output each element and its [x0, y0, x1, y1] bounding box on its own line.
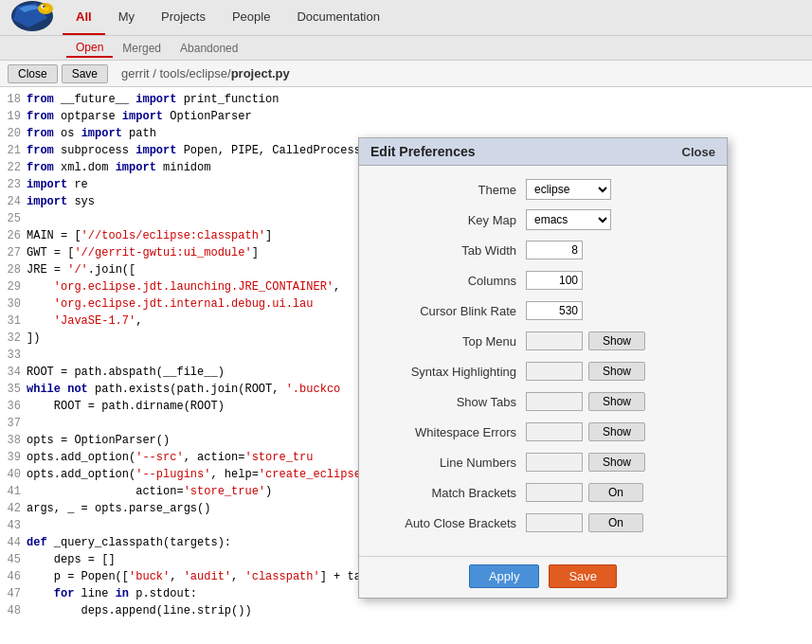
pref-row-syntax: Syntax Highlighting Show — [374, 359, 712, 384]
tab-all[interactable]: All — [63, 0, 105, 35]
pref-row-linenums: Line Numbers Show — [374, 450, 712, 474]
autoclosebrackets-on-button[interactable]: On — [588, 513, 643, 532]
tab-my[interactable]: My — [105, 0, 148, 35]
pref-control-syntax: Show — [526, 362, 712, 381]
sub-tab-abandoned[interactable]: Abandoned — [171, 40, 247, 57]
toolbar: Close Save gerrit / tools/eclipse/projec… — [0, 61, 812, 87]
sub-tab-open[interactable]: Open — [66, 39, 113, 58]
close-button[interactable]: Close — [8, 64, 58, 83]
logo — [9, 0, 55, 36]
linenums-show-button[interactable]: Show — [588, 453, 645, 472]
pref-control-whitespace: Show — [526, 422, 712, 441]
syntax-input[interactable] — [526, 362, 583, 381]
theme-select[interactable]: eclipse emacs default — [526, 179, 611, 200]
pref-label-theme: Theme — [374, 183, 526, 197]
pref-control-linenums: Show — [526, 453, 712, 472]
linenums-input[interactable] — [526, 453, 583, 472]
pref-label-autoclosebrackets: Auto Close Brackets — [374, 516, 526, 530]
pref-label-whitespace: Whitespace Errors — [374, 425, 526, 439]
nav-tabs: All My Projects People Documentation — [63, 0, 393, 35]
syntax-show-button[interactable]: Show — [588, 362, 645, 381]
cursorblink-input[interactable] — [526, 301, 583, 320]
keymap-select[interactable]: emacs vim default — [526, 209, 611, 230]
pref-control-tabwidth — [526, 241, 712, 259]
pref-control-topmenu: Show — [526, 331, 712, 350]
sub-nav: Open Merged Abandoned — [0, 36, 812, 61]
tab-people[interactable]: People — [219, 0, 283, 35]
dialog-title-bar: Edit Preferences Close — [359, 138, 727, 166]
pref-row-columns: Columns — [374, 268, 712, 293]
pref-label-syntax: Syntax Highlighting — [374, 365, 526, 379]
dialog-save-button[interactable]: Save — [549, 564, 617, 588]
code-line-18: 18 from __future__ import print_function — [0, 91, 812, 108]
edit-preferences-dialog: Edit Preferences Close Theme eclipse ema… — [358, 137, 728, 599]
topmenu-input[interactable] — [526, 331, 583, 350]
pref-control-matchbrackets: On — [526, 483, 712, 502]
topmenu-show-button[interactable]: Show — [588, 331, 645, 350]
pref-label-linenums: Line Numbers — [374, 456, 526, 470]
sub-tab-merged[interactable]: Merged — [113, 40, 171, 57]
pref-control-cursorblink — [526, 301, 712, 320]
autoclosebrackets-input[interactable] — [526, 513, 583, 532]
pref-label-cursorblink: Cursor Blink Rate — [374, 304, 526, 318]
top-nav: All My Projects People Documentation — [0, 0, 812, 36]
dialog-body: Theme eclipse emacs default Key Map emac… — [359, 166, 727, 552]
tab-documentation[interactable]: Documentation — [283, 0, 392, 35]
pref-label-matchbrackets: Match Brackets — [374, 486, 526, 500]
pref-control-autoclosebrackets: On — [526, 513, 712, 532]
pref-row-matchbrackets: Match Brackets On — [374, 480, 712, 505]
showtabs-show-button[interactable]: Show — [588, 392, 645, 411]
tab-projects[interactable]: Projects — [148, 0, 219, 35]
pref-label-columns: Columns — [374, 274, 526, 288]
pref-control-showtabs: Show — [526, 392, 712, 411]
whitespace-input[interactable] — [526, 422, 583, 441]
pref-row-whitespace: Whitespace Errors Show — [374, 420, 712, 444]
breadcrumb: gerrit / tools/eclipse/project.py — [121, 66, 290, 80]
pref-row-showtabs: Show Tabs Show — [374, 389, 712, 414]
columns-input[interactable] — [526, 271, 583, 290]
pref-label-topmenu: Top Menu — [374, 334, 526, 349]
pref-row-topmenu: Top Menu Show — [374, 329, 712, 353]
pref-row-keymap: Key Map emacs vim default — [374, 207, 712, 232]
code-line-19: 19 from optparse import OptionParser — [0, 108, 812, 125]
apply-button[interactable]: Apply — [469, 564, 540, 588]
showtabs-input[interactable] — [526, 392, 583, 411]
matchbrackets-on-button[interactable]: On — [588, 483, 643, 502]
pref-control-theme: eclipse emacs default — [526, 179, 712, 200]
pref-row-theme: Theme eclipse emacs default — [374, 177, 712, 202]
dialog-title: Edit Preferences — [370, 144, 476, 159]
pref-label-keymap: Key Map — [374, 213, 526, 227]
whitespace-show-button[interactable]: Show — [588, 422, 645, 441]
pref-row-tabwidth: Tab Width — [374, 238, 712, 262]
pref-label-tabwidth: Tab Width — [374, 243, 526, 258]
pref-control-columns — [526, 271, 712, 290]
svg-point-5 — [43, 6, 45, 8]
matchbrackets-input[interactable] — [526, 483, 583, 502]
save-button[interactable]: Save — [62, 64, 108, 83]
dialog-footer: Apply Save — [359, 556, 727, 598]
pref-row-cursorblink: Cursor Blink Rate — [374, 298, 712, 323]
dialog-close-button[interactable]: Close — [682, 145, 715, 159]
pref-control-keymap: emacs vim default — [526, 209, 712, 230]
tabwidth-input[interactable] — [526, 241, 583, 259]
code-line-48: 48 deps.append(line.strip()) — [0, 602, 812, 619]
pref-row-autoclosebrackets: Auto Close Brackets On — [374, 510, 712, 535]
pref-label-showtabs: Show Tabs — [374, 395, 526, 409]
